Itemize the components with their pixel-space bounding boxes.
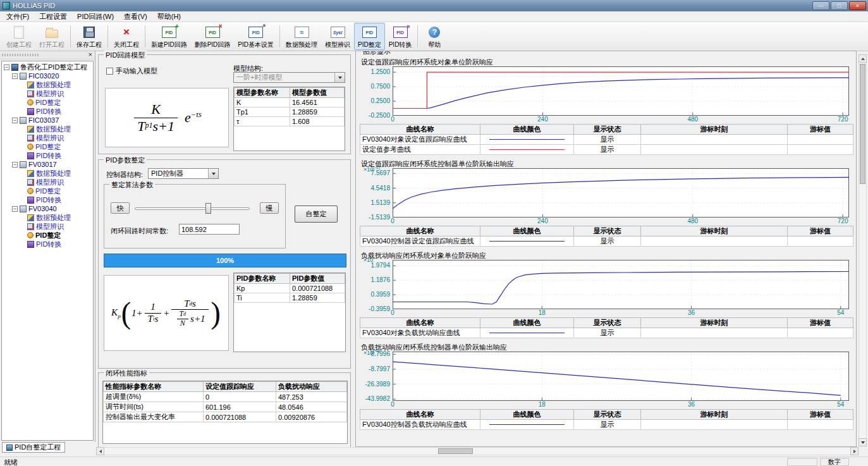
drag-grip-icon[interactable] — [2, 54, 40, 56]
time-constant-label: 闭环回路时间常数: — [111, 226, 168, 236]
chart-plot — [393, 66, 849, 116]
tree-item-PID整定[interactable]: PID整定 — [2, 187, 93, 195]
tree-item-数据预处理[interactable]: 数据预处理 — [2, 125, 93, 133]
tree-item-PID转换[interactable]: PID转换 — [2, 151, 93, 160]
PID整定-toolbar-button[interactable]: PIDPID整定 — [354, 23, 385, 50]
checkbox-icon[interactable] — [106, 68, 113, 75]
expander-icon[interactable]: − — [12, 206, 18, 212]
panel-close-icon[interactable]: × — [89, 51, 92, 58]
tree-item-PID转换[interactable]: PID转换 — [2, 195, 93, 204]
tree-item-模型辨识[interactable]: 模型辨识 — [2, 178, 93, 187]
autotune-button[interactable]: 自整定 — [295, 205, 338, 223]
vertical-scrollbar-thumb[interactable] — [860, 64, 865, 184]
curve-table-row[interactable]: FV03040控制器设定值跟踪响应曲线显示 — [360, 236, 853, 247]
speed-slider-track[interactable] — [135, 207, 250, 210]
y-tick-label: 1.5139 — [370, 199, 390, 206]
scroll-down-arrow[interactable] — [859, 438, 867, 446]
tree-item-PID转换[interactable]: PID转换 — [2, 107, 93, 116]
scroll-left-arrow[interactable] — [96, 447, 104, 455]
tree-item-label: 模型辨识 — [36, 89, 64, 99]
chart-block-load-controller: 负载扰动响应闭环系统控制器单位阶跃输出响应 ×10(-2)8.7996-8.79… — [360, 343, 853, 430]
save-project-icon — [81, 25, 97, 40]
x-tick-label: 54 — [837, 309, 844, 316]
maximize-button[interactable]: □ — [831, 1, 848, 10]
chevron-down-icon[interactable] — [334, 73, 345, 82]
model-param-list: 模型参数名称模型参数值K16.4561Tp11.28859τ1.608 — [233, 87, 345, 151]
minimize-button[interactable]: — — [812, 1, 829, 10]
manual-model-label: 手动输入模型 — [116, 67, 157, 75]
horizontal-scrollbar[interactable] — [96, 447, 859, 455]
vertical-scrollbar[interactable] — [859, 54, 867, 446]
保存工程-toolbar-button[interactable]: 保存工程 — [73, 23, 106, 50]
expander-icon[interactable]: − — [12, 118, 18, 123]
tree-item-PID转换[interactable]: PID转换 — [2, 240, 93, 248]
tree-item-PID整定[interactable]: PID整定 — [2, 98, 93, 107]
pid-convert-icon — [27, 197, 34, 204]
close-button[interactable]: × — [849, 1, 866, 10]
fast-button[interactable]: 快 — [111, 202, 130, 214]
tree-item-鲁西化工PID整定工程[interactable]: −鲁西化工PID整定工程 — [2, 63, 93, 71]
menu-item[interactable]: 文件(F) — [1, 11, 34, 22]
tree-item-FIC03020[interactable]: −FIC03020 — [2, 71, 93, 80]
pid-tune-icon — [27, 99, 34, 106]
controller-structure-combobox[interactable]: PID控制器 — [148, 168, 219, 179]
model-structure-combobox[interactable]: 一阶+时滞模型 — [233, 72, 345, 83]
chevron-down-icon[interactable] — [208, 169, 218, 178]
curve-display-state: 显示 — [574, 145, 641, 155]
expander-icon[interactable]: − — [12, 73, 18, 79]
delete-pid-loop-icon: PID — [204, 25, 221, 40]
数据预处理-toolbar-button[interactable]: ≈数据预处理 — [282, 23, 321, 50]
tree-item-数据预处理[interactable]: 数据预处理 — [2, 213, 93, 222]
x-tick-label: 18 — [539, 401, 546, 408]
tree-item-PID整定[interactable]: PID整定 — [2, 231, 93, 240]
toolbar-button-label: PID基本设置 — [238, 40, 274, 49]
horizontal-scrollbar-thumb[interactable] — [438, 448, 473, 454]
title-bar[interactable]: HOLLiAS PID — □ × — [0, 0, 868, 11]
table-header: 设定值跟踪响应 — [204, 382, 276, 392]
tree-item-label: FIC03037 — [28, 116, 59, 124]
expander-icon[interactable]: − — [12, 162, 18, 168]
curve-table-row[interactable]: 设定值参考曲线显示 — [360, 145, 853, 155]
tree-item-PID整定[interactable]: PID整定 — [2, 142, 93, 151]
menu-item[interactable]: 查看(V) — [119, 11, 152, 22]
tree-item-数据预处理[interactable]: 数据预处理 — [2, 80, 93, 89]
tree-item-FV03040[interactable]: −FV03040 — [2, 204, 93, 213]
y-tick-label: 8.7996 — [370, 350, 390, 357]
project-icon — [11, 64, 18, 71]
curve-table-row[interactable]: FV03040控制器负载扰动响应曲线显示 — [360, 420, 853, 430]
模型辨识-toolbar-button[interactable]: SysI模型辨识 — [321, 23, 354, 50]
scroll-up-arrow[interactable] — [859, 54, 867, 63]
tree-item-FIC03037[interactable]: −FIC03037 — [2, 116, 93, 125]
menu-item[interactable]: PID回路(W) — [72, 11, 119, 22]
curve-table-row[interactable]: FV03040对象负载扰动响应曲线显示 — [360, 328, 853, 338]
curve-table-row[interactable]: FV03040对象设定值跟踪响应曲线显示 — [360, 135, 853, 145]
tree-item-数据预处理[interactable]: 数据预处理 — [2, 169, 93, 178]
curve-color-sample — [489, 241, 565, 242]
expander-icon[interactable]: − — [4, 64, 9, 70]
tree-item-模型辨识[interactable]: 模型辨识 — [2, 222, 93, 231]
PID转换-toolbar-button[interactable]: PIDPID转换 — [385, 23, 416, 50]
menu-item[interactable]: 帮助(H) — [152, 11, 186, 22]
slow-button[interactable]: 慢 — [260, 202, 279, 214]
manual-model-checkbox[interactable]: 手动输入模型 — [106, 66, 157, 76]
project-tree-panel: × −鲁西化工PID整定工程−FIC03020数据预处理模型辨识PID整定PID… — [0, 51, 95, 447]
tree-item-模型辨识[interactable]: 模型辨识 — [2, 133, 93, 142]
删除PID回路-toolbar-button[interactable]: PID删除PID回路 — [191, 23, 235, 50]
scroll-right-arrow[interactable] — [850, 447, 859, 455]
tree-item-模型辨识[interactable]: 模型辨识 — [2, 89, 93, 98]
curve-display-state: 显示 — [574, 328, 641, 338]
new-project-icon — [11, 25, 27, 40]
chart-title: 设定值跟踪响应闭环系统控制器单位阶跃输出响应 — [360, 159, 853, 168]
tab-pid-autotune-project[interactable]: PID自整定工程 — [2, 442, 65, 453]
新建PID回路-toolbar-button[interactable]: PID新建PID回路 — [147, 23, 191, 50]
关闭工程-toolbar-button[interactable]: ×关闭工程 — [110, 23, 143, 50]
tree-item-FV03017[interactable]: −FV03017 — [2, 160, 93, 169]
y-tick-label: 1.2500 — [370, 68, 390, 75]
toolbar-separator — [279, 25, 280, 47]
speed-slider-thumb[interactable] — [205, 203, 211, 214]
PID基本设置-toolbar-button[interactable]: PIDPID基本设置 — [234, 23, 278, 50]
menu-item[interactable]: 工程设置 — [34, 11, 72, 22]
帮助-toolbar-button[interactable]: ?帮助 — [420, 23, 449, 50]
time-constant-input[interactable] — [179, 224, 240, 235]
model-identify-icon — [27, 135, 34, 142]
